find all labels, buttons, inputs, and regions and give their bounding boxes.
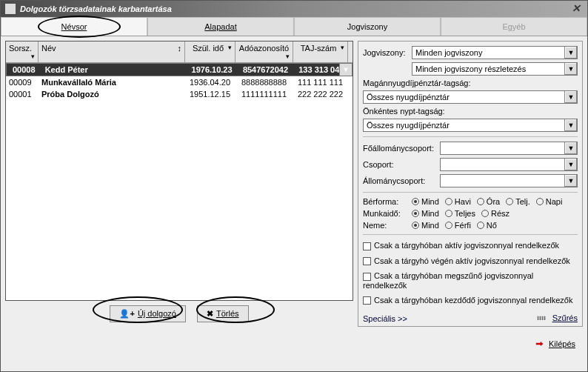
check-megszuno[interactable]: Csak a tárgyhóban megszűnő jogviszonnyal…	[363, 270, 578, 291]
delete-icon: ✖	[207, 309, 213, 318]
main-window: Dolgozók törzsadatainak karbantartása ✕ …	[0, 0, 588, 372]
employee-grid: Sorsz.▾ Név↕ Szül. idő▾ Adóazonosító▾ TA…	[5, 41, 353, 301]
sort-icon: ▾	[31, 53, 35, 60]
allomany-select[interactable]	[440, 174, 578, 187]
cell-ado: 1111111111	[235, 88, 293, 100]
new-employee-button[interactable]: 👤+Új dolgozó	[110, 305, 185, 322]
cell-szul: 1976.10.23	[187, 64, 237, 76]
col-ado[interactable]: Adóazonosító▾	[235, 41, 293, 62]
berforma-napi[interactable]: Napi	[536, 197, 563, 206]
grid-header: Sorsz.▾ Név↕ Szül. idő▾ Adóazonosító▾ TA…	[6, 41, 353, 63]
neme-label: Neme:	[363, 221, 406, 230]
col-szul[interactable]: Szül. idő▾	[185, 41, 235, 62]
berforma-mind[interactable]: Mind	[412, 197, 439, 206]
cell-ado: 8547672042	[237, 64, 294, 76]
foallomany-label: Főállománycsoport:	[363, 144, 437, 153]
munkaido-mind[interactable]: Mind	[412, 209, 439, 218]
tab-strip: Névsor Alapadat Jogviszony Egyéb	[1, 17, 587, 36]
cell-nev: Próba Dolgozó	[39, 88, 185, 100]
cell-nev: Munkavállaló Mária	[39, 76, 185, 88]
col-nev[interactable]: Név↕	[39, 41, 185, 62]
neme-no[interactable]: Nő	[477, 221, 497, 230]
cell-taj: 111 111 111	[293, 76, 348, 88]
table-row[interactable]: 00008 Kedd Péter 1976.10.23 8547672042 1…	[6, 63, 353, 76]
jogviszony-label: Jogviszony:	[363, 48, 409, 57]
jogviszony2-select[interactable]: Minden jogviszony részletezés	[412, 62, 578, 76]
cell-taj: 133 313 044	[295, 64, 349, 76]
col-taj[interactable]: TAJ-szám▾	[293, 41, 348, 62]
add-user-icon: 👤+	[119, 309, 134, 318]
allomany-label: Állománycsoport:	[363, 176, 437, 185]
munkaido-resz[interactable]: Rész	[481, 209, 510, 218]
sort-icon: ▾	[341, 44, 344, 51]
berforma-havi[interactable]: Havi	[445, 197, 471, 206]
grid-body: 00008 Kedd Péter 1976.10.23 8547672042 1…	[6, 63, 353, 300]
table-row[interactable]: 00001 Próba Dolgozó 1951.12.15 111111111…	[6, 88, 353, 100]
filter-panel: Jogviszony: Minden jogviszony Minden jog…	[358, 41, 583, 327]
jogviszony-select[interactable]: Minden jogviszony	[412, 46, 578, 59]
csoport-select[interactable]	[440, 158, 578, 171]
magan-select[interactable]: Összes nyugdíjpénztár	[363, 90, 578, 104]
onkentes-select[interactable]: Összes nyugdíjpénztár	[363, 119, 578, 132]
tab-nevsor[interactable]: Névsor	[1, 17, 147, 36]
exit-button[interactable]: ⮕ Kilépés	[535, 339, 575, 348]
delete-button[interactable]: ✖Törlés	[197, 305, 249, 322]
berforma-telj[interactable]: Telj.	[506, 197, 530, 206]
cell-szul: 1951.12.15	[185, 88, 235, 100]
check-vegen-aktiv[interactable]: Csak a tárgyhó végén aktív jogviszonnyal…	[363, 255, 578, 268]
cell-sorsz: 00001	[6, 88, 39, 100]
cell-szul: 1936.04.20	[185, 76, 235, 88]
munkaido-label: Munkaidő:	[363, 209, 406, 218]
close-icon[interactable]: ✕	[569, 2, 583, 16]
cell-nev: Kedd Péter	[42, 64, 187, 76]
tab-jogviszony[interactable]: Jogviszony	[294, 17, 441, 36]
table-row[interactable]: 00009 Munkavállaló Mária 1936.04.20 8888…	[6, 76, 353, 88]
berforma-label: Bérforma:	[363, 197, 406, 206]
check-aktiv[interactable]: Csak a tárgyhóban aktív jogviszonnyal re…	[363, 239, 578, 252]
sort-icon: ▾	[286, 53, 290, 60]
exit-icon: ⮕	[535, 339, 544, 348]
title-bar: Dolgozók törzsadatainak karbantartása ✕	[1, 1, 587, 17]
cell-ado: 8888888888	[235, 76, 293, 88]
szures-link[interactable]: Szűrés	[552, 313, 578, 322]
check-kezdodo[interactable]: Csak a tárgyhóban kezdődő jogviszonnyal …	[363, 294, 578, 307]
filter-icon: ⌗⌗	[537, 313, 546, 322]
sort-icon: ↕	[178, 44, 182, 53]
sort-icon: ▾	[228, 44, 232, 51]
onkentes-label: Önkéntes nypt-tagság:	[363, 107, 578, 116]
munkaido-teljes[interactable]: Teljes	[445, 209, 475, 218]
csoport-label: Csoport:	[363, 160, 437, 169]
neme-ferfi[interactable]: Férfi	[445, 221, 471, 230]
specialis-link[interactable]: Speciális >>	[363, 314, 407, 323]
window-title: Dolgozók törzsadatainak karbantartása	[20, 4, 172, 13]
foallomany-select[interactable]	[440, 142, 578, 155]
action-bar: 👤+Új dolgozó ✖Törlés	[5, 301, 353, 327]
tab-alapadat[interactable]: Alapadat	[147, 17, 294, 36]
tab-egyeb: Egyéb	[441, 17, 587, 36]
cell-taj: 222 222 222	[293, 88, 348, 100]
col-sorsz[interactable]: Sorsz.▾	[6, 41, 39, 62]
cell-sorsz: 00009	[6, 76, 39, 88]
neme-mind[interactable]: Mind	[412, 221, 439, 230]
magan-label: Magánnyugdíjpénztár-tagság:	[363, 79, 578, 87]
berforma-ora[interactable]: Óra	[477, 197, 500, 206]
cell-sorsz: 00008	[10, 64, 42, 76]
app-logo-icon	[5, 4, 16, 14]
